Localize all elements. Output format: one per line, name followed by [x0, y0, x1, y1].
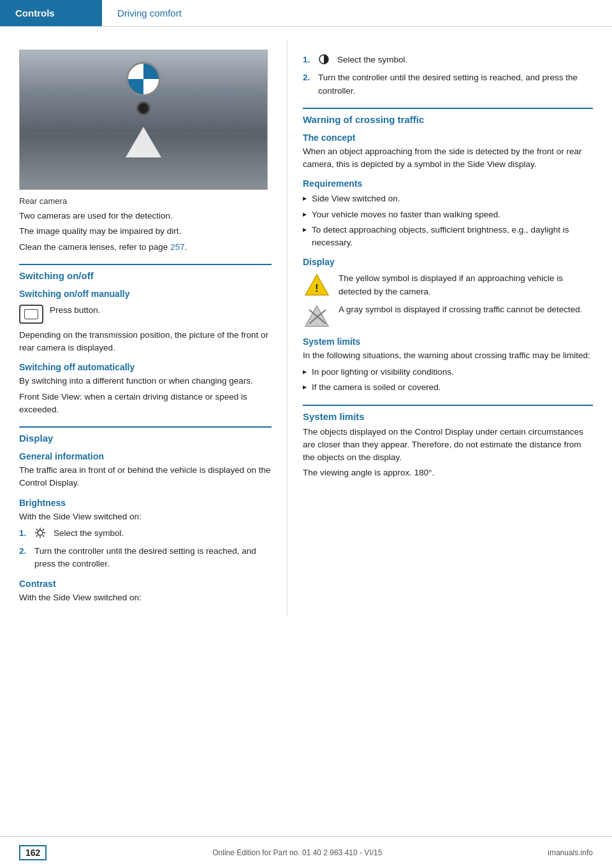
- right-column: 1. Select the symbol. 2. Turn the contro…: [287, 40, 612, 617]
- page-footer: 162 Online Edition for Part no. 01 40 2 …: [0, 836, 612, 868]
- section-switching: Switching on/off: [19, 264, 272, 281]
- display-icon1-desc: The yellow symbol is displayed if an app…: [339, 272, 593, 298]
- brightness-step-2: 2. Turn the controller until the desired…: [19, 545, 272, 571]
- subsection-auto: Switching off automatically: [19, 362, 272, 372]
- body-cameras: Two cameras are used for the detection.: [19, 210, 272, 222]
- svg-point-0: [38, 530, 43, 535]
- contrast-step2-num: 2.: [303, 71, 313, 98]
- subsection-system-limits-1: System limits: [303, 336, 593, 347]
- step1-num: 1.: [19, 527, 29, 542]
- contrast-step1-num: 1.: [303, 54, 313, 69]
- body-clean-text: Clean the camera lenses, refer to page: [19, 242, 170, 252]
- section-system-limits-2: System limits: [303, 405, 593, 422]
- section-display: Display: [19, 426, 272, 444]
- subsection-manually: Switching on/off manually: [19, 289, 272, 299]
- subsection-concept: The concept: [303, 133, 593, 143]
- sys-lim2-text: If the camera is soiled or covered.: [312, 381, 441, 394]
- brightness-step-1: 1. Select the symbol.: [19, 527, 272, 542]
- tab-driving-comfort[interactable]: Driving comfort: [102, 0, 197, 26]
- subsection-display: Display: [303, 257, 593, 267]
- image-caption: Rear camera: [19, 196, 272, 206]
- requirements-list: Side View switched on. Your vehicle move…: [303, 192, 593, 249]
- req-3: To detect approaching objects, sufficien…: [303, 224, 593, 250]
- body-sys2-2: The viewing angle is approx. 180°.: [303, 467, 593, 479]
- page-header: Controls Driving comfort: [0, 0, 612, 27]
- main-content: Rear camera Two cameras are used for the…: [0, 27, 612, 655]
- svg-line-8: [36, 535, 38, 537]
- body-auto1: By switching into a different function o…: [19, 375, 272, 387]
- tab-controls[interactable]: Controls: [0, 0, 102, 26]
- footer-site: imanuals.info: [548, 848, 593, 857]
- contrast-step2-text: Turn the controller until the desired se…: [318, 71, 593, 98]
- tab-driving-comfort-label: Driving comfort: [117, 8, 182, 18]
- yellow-triangle-icon: !: [303, 272, 331, 298]
- step2-num: 2.: [19, 545, 29, 571]
- svg-line-5: [36, 529, 38, 530]
- req-1: Side View switched on.: [303, 192, 593, 205]
- body-concept: When an object approaching from the side…: [303, 145, 593, 171]
- sys-lim1-text: In poor lighting or visibility condition…: [312, 366, 454, 379]
- svg-line-7: [43, 529, 44, 530]
- display-icon2-desc: A gray symbol is displayed if crossing t…: [339, 303, 582, 316]
- sys-lim-1: In poor lighting or visibility condition…: [303, 366, 593, 379]
- req1-text: Side View switched on.: [312, 192, 400, 205]
- body-sys-lim-intro: In the following situations, the warning…: [303, 349, 593, 362]
- req-2: Your vehicle moves no faster than walkin…: [303, 208, 593, 221]
- contrast-step-1: 1. Select the symbol.: [303, 54, 593, 69]
- half-circle-icon: [318, 54, 330, 65]
- sun-icon: [34, 527, 46, 539]
- req2-text: Your vehicle moves no faster than walkin…: [312, 208, 500, 221]
- bmw-logo: [126, 62, 161, 96]
- subsection-general: General information: [19, 451, 272, 461]
- left-column: Rear camera Two cameras are used for the…: [0, 40, 287, 617]
- body-general: The traffic area in front of or behind t…: [19, 464, 272, 490]
- body-sys2-1: The objects displayed on the Control Dis…: [303, 426, 593, 465]
- body-auto2: Front Side View: when a certain driving …: [19, 391, 272, 417]
- svg-line-6: [43, 535, 44, 537]
- gray-triangle-svg: [304, 305, 330, 328]
- system-limits-list: In poor lighting or visibility condition…: [303, 366, 593, 394]
- camera-overlay: [20, 50, 267, 189]
- sensor-dot: [136, 101, 150, 115]
- press-button-row: Press button.: [19, 304, 272, 324]
- body-clean: Clean the camera lenses, refer to page 2…: [19, 241, 272, 254]
- brightness-step1-text: Select the symbol.: [54, 527, 124, 542]
- req3-text: To detect approaching objects, sufficien…: [312, 224, 593, 250]
- footer-edition-text: Online Edition for Part no. 01 40 2 963 …: [212, 848, 382, 857]
- display-icon-1-row: ! The yellow symbol is displayed if an a…: [303, 272, 593, 298]
- rear-camera-image: [19, 50, 268, 190]
- body-brightness-intro: With the Side View switched on:: [19, 510, 272, 523]
- body-clean-post: .: [185, 242, 187, 252]
- contrast-step-2: 2. Turn the controller until the desired…: [303, 71, 593, 98]
- arrow-up-icon: [126, 127, 161, 157]
- subsection-brightness: Brightness: [19, 498, 272, 508]
- subsection-requirements: Requirements: [303, 178, 593, 189]
- brightness-step2-text: Turn the controller until the desired se…: [34, 545, 272, 571]
- svg-text:!: !: [315, 283, 318, 294]
- contrast-step1-text: Select the symbol.: [337, 54, 407, 69]
- camera-button-icon: [19, 305, 43, 324]
- page-link-257[interactable]: 257: [170, 242, 185, 252]
- contrast-step1-icon: [318, 54, 332, 69]
- display-icon-2-row: A gray symbol is displayed if crossing t…: [303, 303, 593, 329]
- step1-icon: [34, 527, 48, 542]
- section-warning: Warning of crossing traffic: [303, 108, 593, 125]
- sys-lim-2: If the camera is soiled or covered.: [303, 381, 593, 394]
- tab-controls-label: Controls: [15, 8, 55, 18]
- page-number: 162: [19, 845, 47, 860]
- brightness-steps: 1. Select the symbol.: [19, 527, 272, 571]
- contrast-steps: 1. Select the symbol. 2. Turn the contro…: [303, 54, 593, 98]
- body-depending: Depending on the transmission position, …: [19, 329, 272, 355]
- yellow-triangle-svg: !: [304, 273, 330, 296]
- camera-button-inner: [24, 309, 38, 319]
- gray-triangle-icon: [303, 303, 331, 329]
- trunk-line-1: [20, 120, 267, 122]
- body-contrast-intro: With the Side View switched on:: [19, 591, 272, 604]
- body-quality: The image quality may be impaired by dir…: [19, 225, 272, 238]
- subsection-contrast: Contrast: [19, 579, 272, 589]
- press-button-text: Press button.: [50, 304, 101, 317]
